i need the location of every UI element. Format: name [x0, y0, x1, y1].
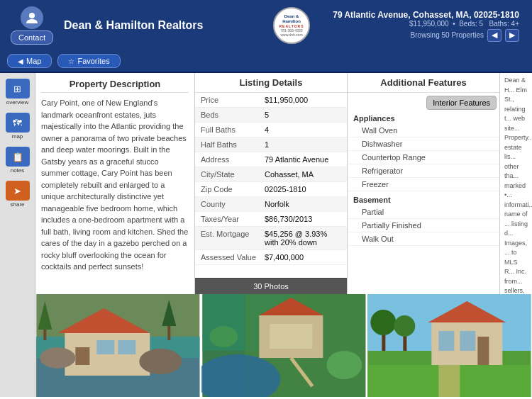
photo-2[interactable]: [201, 294, 367, 397]
listing-value: 02025-1810: [265, 185, 341, 193]
listing-label: Taxes/Year: [201, 215, 265, 223]
photos-button[interactable]: 30 Photos: [195, 278, 347, 294]
agency-logo: Dean & Hamilton REALTORS 781-383-4333 ww…: [260, 7, 323, 44]
sidebar-item-overview[interactable]: ⊞ overview: [1, 76, 34, 108]
svg-rect-30: [460, 331, 476, 351]
svg-rect-29: [439, 331, 455, 351]
property-description-panel: Property Description Cary Point, one of …: [35, 73, 195, 294]
prev-button[interactable]: ◀: [487, 29, 501, 42]
listing-label: City/State: [201, 170, 265, 179]
listing-label: Half Baths: [201, 140, 265, 149]
listing-value: 5: [265, 111, 341, 119]
listing-row: Assessed Value$7,400,000: [195, 250, 347, 265]
listing-value: $7,400,000: [265, 253, 341, 262]
sidebar-notes-label: notes: [11, 167, 25, 174]
property-description-title: Property Description: [41, 79, 189, 93]
svg-rect-21: [270, 324, 312, 349]
svg-rect-7: [96, 340, 114, 354]
property-description-text: Cary Point, one of New England's landmar…: [41, 97, 189, 273]
listing-label: Est. Mortgage: [201, 230, 265, 247]
browsing-row: Browsing 50 Properties ◀ ▶: [323, 29, 519, 42]
additional-features-panel: Additional Features Interior Features Ap…: [348, 73, 500, 294]
contact-button[interactable]: Contact: [11, 30, 53, 45]
map-button[interactable]: ◀ Map: [7, 54, 52, 68]
agency-info: Dean & Hamilton Realtors: [57, 19, 260, 32]
listing-details-panel: Listing Details Price$11,950,000Beds5Ful…: [195, 73, 348, 294]
upper-content: Property Description Cary Point, one of …: [35, 73, 532, 294]
feature-item: Countertop Range: [348, 151, 499, 164]
feature-section-label: Appliances: [348, 110, 499, 124]
svg-rect-31: [478, 337, 489, 369]
right-column: Property Description Cary Point, one of …: [35, 73, 532, 397]
listing-row: Full Baths4: [195, 123, 347, 137]
feature-section-label: Basement: [348, 191, 499, 206]
listing-row: Zip Code02025-1810: [195, 182, 347, 197]
listing-row: Beds5: [195, 108, 347, 123]
map-label: Map: [26, 57, 41, 65]
listing-value: $86,730/2013: [265, 215, 341, 223]
listing-value: $11,950,000: [265, 96, 341, 104]
interior-features-tab[interactable]: Interior Features: [426, 96, 497, 110]
feature-item: Partial: [348, 206, 499, 219]
favorites-button[interactable]: ☆ Favorites: [57, 54, 120, 68]
right-notes-panel: Dean & H... Elm St., relating t... web s…: [500, 73, 532, 294]
property-baths: Baths: 4+: [489, 20, 519, 28]
listing-rows: Price$11,950,000Beds5Full Baths4Half Bat…: [195, 93, 347, 278]
overview-icon: ⊞: [6, 79, 30, 99]
photo-strip: [35, 294, 532, 397]
listing-row: Price$11,950,000: [195, 93, 347, 108]
sidebar: ⊞ overview 🗺 map 📋 notes ➤ share: [0, 73, 35, 397]
svg-rect-8: [118, 340, 135, 354]
property-stats: $11,950,000 • Beds: 5 Baths: 4+: [323, 20, 519, 28]
listing-label: Beds: [201, 111, 265, 119]
listing-label: Assessed Value: [201, 253, 265, 262]
listing-row: Half Baths1: [195, 137, 347, 152]
listing-row: Est. Mortgage$45,256 @ 3.93% with 20% do…: [195, 227, 347, 250]
svg-point-33: [371, 310, 397, 335]
sidebar-share-label: share: [10, 201, 24, 208]
feature-item: Freezer: [348, 178, 499, 191]
sidebar-item-share[interactable]: ➤ share: [1, 178, 34, 210]
listing-row: City/StateCohasset, MA: [195, 167, 347, 182]
sub-navigation: ◀ Map ☆ Favorites: [0, 51, 532, 73]
app-header: Contact Dean & Hamilton Realtors Dean & …: [0, 0, 532, 51]
listing-row: Taxes/Year$86,730/2013: [195, 212, 347, 227]
svg-point-22: [326, 351, 362, 379]
next-button[interactable]: ▶: [505, 29, 519, 42]
property-address: 79 Atlantic Avenue, Cohasset, MA, 02025-…: [323, 10, 519, 20]
property-beds: Beds: 5: [459, 20, 483, 28]
photo-3[interactable]: [367, 294, 532, 397]
logo-line1: Dean &: [279, 14, 304, 19]
listing-value: Cohasset, MA: [265, 170, 341, 179]
browsing-text: Browsing 50 Properties: [411, 31, 484, 39]
sidebar-item-map[interactable]: 🗺 map: [1, 110, 34, 142]
avatar: [21, 6, 43, 29]
listing-label: Full Baths: [201, 125, 265, 134]
listing-details-title: Listing Details: [195, 73, 347, 93]
listing-row: CountyNorfolk: [195, 197, 347, 212]
listing-value: 4: [265, 125, 341, 134]
agency-name: Dean & Hamilton Realtors: [64, 19, 260, 32]
photo-1[interactable]: [35, 294, 201, 397]
listing-value: $45,256 @ 3.93% with 20% down: [265, 230, 341, 247]
sidebar-item-notes[interactable]: 📋 notes: [1, 144, 34, 176]
listing-value: Norfolk: [265, 200, 341, 208]
feature-item: Refrigerator: [348, 164, 499, 178]
sidebar-map-label: map: [12, 133, 23, 140]
main-content: ⊞ overview 🗺 map 📋 notes ➤ share Propert…: [0, 73, 532, 397]
notes-icon: 📋: [6, 147, 30, 167]
additional-features-title: Additional Features: [348, 73, 499, 93]
feature-item: Dishwasher: [348, 137, 499, 151]
features-content: AppliancesWall OvenDishwasherCountertop …: [348, 110, 499, 246]
logo-line2: Hamilton: [279, 19, 304, 24]
listing-value: 1: [265, 140, 341, 149]
svg-point-9: [40, 347, 75, 369]
svg-rect-37: [439, 365, 460, 397]
header-left: Contact: [7, 6, 57, 45]
logo-website: www.dnh.com: [279, 33, 304, 37]
svg-point-23: [209, 326, 238, 347]
map-sidebar-icon: 🗺: [6, 113, 30, 133]
property-header-info: 79 Atlantic Avenue, Cohasset, MA, 02025-…: [323, 10, 525, 42]
svg-rect-6: [75, 347, 89, 365]
svg-point-0: [29, 13, 35, 18]
